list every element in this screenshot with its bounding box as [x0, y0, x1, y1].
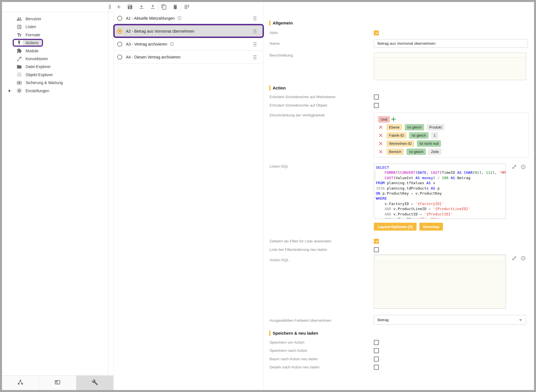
add-condition-icon[interactable] [391, 117, 396, 122]
sidebar-item-einstellungen[interactable]: Einstellungen [2, 87, 108, 95]
radio-button[interactable] [117, 29, 122, 34]
wrench-icon [92, 379, 98, 387]
gear-icon [16, 88, 22, 94]
beschreibung-firstline [374, 53, 526, 57]
toolbar-upload-button[interactable] [149, 3, 156, 10]
save-option-checkbox-details-nach-action-neu-laden[interactable] [374, 365, 379, 370]
toolbar-download-button[interactable] [138, 3, 145, 10]
availability-label: Einschränkung der Verfügbarkeit [270, 113, 325, 118]
sidebar-item-formate[interactable]: Formate [2, 31, 108, 39]
toolbar-action-list-button[interactable] [183, 3, 191, 10]
remove-condition-icon[interactable] [379, 133, 383, 138]
sidebar-item-actions[interactable]: Actions [2, 39, 108, 47]
sql-line: AND v.ProductLineID = '{ProductLineID}' [376, 206, 506, 211]
sidebar-item-label: Einstellungen [26, 89, 49, 93]
layout-options-button[interactable]: Layout-Optionen [2] [374, 223, 417, 231]
sidebar-item-konnektoren[interactable]: Konnektoren [2, 55, 108, 63]
sql-line: AND v.ProductID = '{ProductID}' [376, 212, 506, 217]
drag-handle-icon[interactable] [253, 29, 256, 33]
info-icon[interactable] [521, 164, 526, 170]
expand-arrow-icon[interactable] [9, 89, 11, 92]
toolbar-copy-button[interactable] [160, 3, 168, 10]
detail-panel: Allgemein Aktiv Name Beschreibung Action… [263, 2, 534, 390]
remove-condition-icon[interactable] [379, 150, 383, 154]
action-sql-editor[interactable] [374, 254, 506, 309]
action-list-item[interactable]: A1 - Aktuelle Mietzahlungen [114, 12, 263, 25]
sidebar-tab-tree[interactable] [2, 376, 39, 390]
name-input[interactable] [374, 39, 528, 48]
toolbar-save-button[interactable] [126, 3, 134, 10]
info-icon[interactable] [521, 256, 526, 261]
reload-list-checkbox[interactable] [374, 247, 379, 252]
beschreibung-textarea[interactable] [374, 53, 526, 80]
sql-line: CAST(ValueInt AS money) / 100 AS Betrag [376, 175, 506, 181]
sidebar-item-label: Benutzer [26, 17, 41, 21]
action-list-item[interactable]: A4 - Diesen Vertrag archivieren [114, 51, 263, 64]
condition-value-chip[interactable]: 1 [431, 132, 438, 139]
sql-line: AND v.TimeID = '{TimeID}' [376, 217, 506, 219]
remove-condition-icon[interactable] [379, 141, 383, 146]
sidebar-item-label: Listen [26, 24, 36, 29]
toolbar-add-button[interactable] [115, 3, 122, 10]
sql-line: SELECT [376, 165, 506, 170]
save-option-label: Speichern vor Action [270, 340, 304, 345]
indent-guide [375, 170, 376, 181]
drag-handle-icon[interactable] [253, 42, 256, 46]
write-factory-checkbox[interactable] [374, 94, 379, 100]
sidebar-item-objekt-explorer[interactable]: Objekt-Explorer [2, 71, 108, 79]
save-option-checkbox-speichern-vor-action[interactable] [374, 340, 379, 345]
condition-field-chip[interactable]: Bereich [386, 148, 404, 155]
condition-field-chip[interactable]: Ebene [386, 124, 402, 130]
sidebar-item-datei-explorer[interactable]: Datei-Explorer [2, 63, 108, 71]
sidebar-item-listen[interactable]: Listen [2, 23, 108, 31]
radio-button[interactable] [117, 55, 122, 60]
splitter-handle-icon[interactable] [109, 4, 111, 9]
condition-field-chip[interactable]: Fabrik-ID [386, 132, 406, 139]
save-option-label: Speichern nach Action [270, 348, 307, 353]
expand-icon[interactable] [512, 256, 517, 261]
sidebar-item-label: Module [26, 49, 39, 53]
folder-icon [16, 64, 22, 69]
info-icon[interactable] [169, 42, 174, 46]
condition-operator-chip[interactable]: Und [378, 116, 390, 123]
list-panel-divider [113, 12, 114, 390]
sidebar-item-sicherung-wartung[interactable]: Sicherung & Wartung [2, 79, 108, 87]
sidebar-item-module[interactable]: Module [2, 47, 108, 55]
condition-row: EbeneIst gleichProdukt [379, 124, 444, 130]
expand-icon[interactable] [512, 164, 517, 170]
write-object-checkbox[interactable] [374, 103, 379, 108]
action-list-item[interactable]: A3 - Vertrag archivieren [114, 38, 263, 51]
sidebar-item-label: Objekt-Explorer [26, 73, 53, 77]
info-icon[interactable] [177, 16, 182, 21]
listen-sql-editor[interactable]: SELECT FORMAT(CONVERT(DATE, CAST(TimeID … [374, 164, 506, 219]
drag-handle-icon[interactable] [253, 55, 256, 59]
preview-button[interactable]: Vorschau [419, 223, 443, 231]
radio-button[interactable] [117, 42, 122, 47]
condition-operator-chip[interactable]: Ist gleich [409, 132, 428, 139]
chevron-down-icon [519, 319, 522, 321]
condition-operator-chip[interactable]: Ist nicht null [417, 140, 441, 147]
sidebar-item-label: Datei-Explorer [26, 64, 51, 69]
toolbar-delete-button[interactable] [171, 3, 179, 10]
radio-button[interactable] [117, 16, 122, 21]
condition-value-chip[interactable]: Produkt [427, 124, 444, 130]
condition-operator-chip[interactable]: Ist gleich [405, 124, 424, 130]
write-factory-label: Erfordert Schreibrechte auf Werkebene [270, 95, 336, 99]
condition-field-chip[interactable]: Wertreihen-ID [386, 140, 414, 147]
action-list-item[interactable]: A2 - Betrag aus Vormonat übernehmen [114, 25, 263, 38]
save-option-checkbox-speichern-nach-action[interactable] [374, 348, 379, 353]
action-list-item-label: A4 - Diesen Vertrag archivieren [126, 55, 181, 59]
sidebar-item-benutzer[interactable]: Benutzer [2, 15, 108, 23]
drag-handle-icon[interactable] [253, 16, 256, 21]
condition-operator-chip[interactable]: Ist gleich [406, 148, 426, 155]
aktiv-checkbox[interactable] [374, 30, 379, 35]
sidebar-tab-layout[interactable] [39, 376, 76, 390]
field-select[interactable]: Betrag [374, 315, 526, 325]
sidebar-tab-wrench[interactable] [76, 376, 113, 390]
save-option-checkbox-baum-nach-action-neu-laden[interactable] [374, 357, 379, 362]
condition-value-chip[interactable]: Zelle [428, 148, 441, 155]
cell-filter-checkbox[interactable] [374, 239, 379, 244]
section-title-allgemein: Allgemein [273, 21, 293, 26]
remove-condition-icon[interactable] [379, 125, 383, 129]
condition-row: BereichIst gleichZelle [379, 148, 442, 155]
